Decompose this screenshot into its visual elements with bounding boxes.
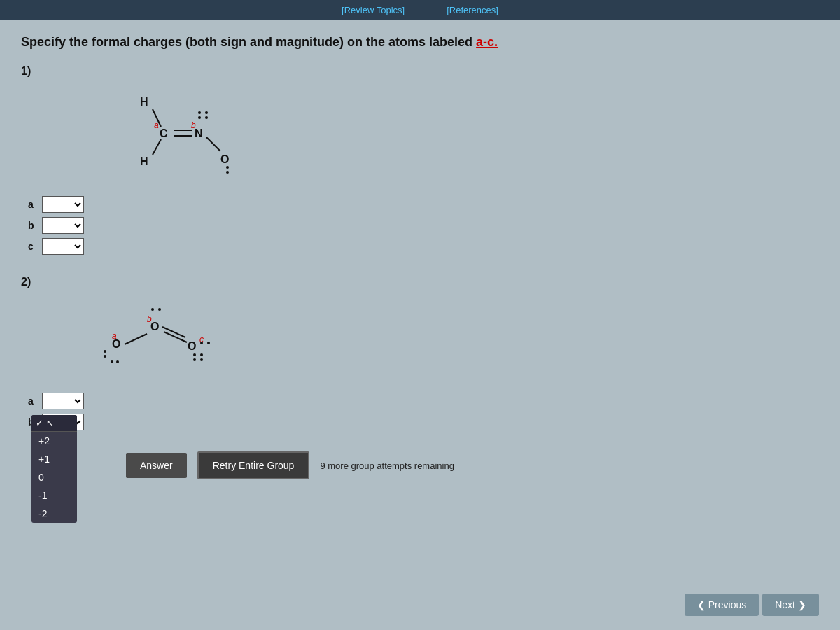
mol1-lp5: [226, 166, 229, 169]
mol1-H-top: H: [140, 96, 148, 108]
problem-2-dropdowns: a +2 +1 0 -1 -2 b +2 +1 0 -1: [28, 393, 819, 430]
dropdown-1-b-label: b: [28, 220, 39, 231]
main-content: Specify the formal charges (both sign an…: [0, 20, 840, 630]
mol2-lp7: [193, 354, 196, 356]
mol1-bond-c: [206, 137, 220, 151]
dropdown-1-c-label: c: [28, 241, 39, 252]
mol1-lp3: [198, 116, 201, 119]
molecule-1-svg: H H C a N b O c: [77, 85, 231, 183]
mol2-lp4: [116, 360, 119, 363]
mol1-label-b: b: [191, 120, 196, 130]
mol1-lp2: [205, 111, 208, 114]
mol2-label-a: a: [112, 331, 117, 341]
answer-area: Answer Retry Entire Group 9 more group a…: [126, 451, 819, 479]
previous-label: Previous: [708, 599, 746, 610]
popup-option-plus1[interactable]: +1: [31, 450, 77, 468]
question-text-before: Specify the formal charges (both sign an…: [21, 35, 476, 49]
mol2-bond-left: [125, 334, 147, 344]
question-title: Specify the formal charges (both sign an…: [21, 34, 819, 51]
answer-button[interactable]: Answer: [126, 453, 187, 478]
mol2-lp1: [104, 350, 106, 353]
mol2-label-b: b: [147, 314, 152, 324]
dropdown-1-b[interactable]: +2 +1 0 -1 -2: [42, 217, 84, 234]
next-label: Next: [775, 599, 795, 610]
retry-button[interactable]: Retry Entire Group: [197, 451, 310, 479]
mol2-lp11: [200, 342, 203, 344]
mol1-lp1: [198, 111, 201, 114]
chevron-left-icon: ❮: [697, 599, 706, 610]
mol1-O: O: [220, 153, 229, 165]
mol2-lp10: [200, 358, 203, 361]
problem-1-section: 1) H H C a N b: [21, 65, 819, 255]
references-link[interactable]: [References]: [447, 5, 498, 15]
checkmark-icon: ✓: [36, 418, 43, 428]
dropdown-2-a[interactable]: +2 +1 0 -1 -2: [42, 393, 84, 410]
problem-1-label: 1): [21, 65, 819, 78]
problem-2-label: 2): [21, 276, 819, 288]
mol1-N: N: [195, 127, 203, 139]
problem-2-section: 2) O a O b: [21, 276, 819, 430]
molecule-1-container: H H C a N b O c: [77, 85, 231, 186]
molecule-2-svg: O a O b O c: [77, 295, 231, 379]
problem-1-dropdowns: a +2 +1 0 -1 -2 b +2 +1 0 -1: [28, 196, 819, 255]
mol2-lp8: [200, 354, 203, 356]
mol2-lp2: [104, 355, 106, 358]
problem-2-dropdown-a-row: a +2 +1 0 -1 -2: [28, 393, 819, 410]
problem-1-dropdown-a-row: a +2 +1 0 -1 -2: [28, 196, 819, 213]
problem-2-dropdown-b-row: b +2 +1 0 -1 -2: [28, 414, 819, 430]
mol2-lp5: [151, 308, 154, 311]
dropdown-2-a-label: a: [28, 396, 39, 407]
next-button[interactable]: Next ❯: [762, 594, 819, 616]
mol2-lp6: [158, 308, 161, 311]
mol1-H-bottom-bond: [153, 139, 161, 155]
nav-buttons: ❮ Previous Next ❯: [685, 594, 819, 616]
popup-option-0[interactable]: 0: [31, 468, 77, 486]
question-highlight: a-c.: [476, 35, 498, 49]
dropdown-1-c[interactable]: +2 +1 0 -1 -2: [42, 238, 84, 255]
mol1-H-bottom: H: [140, 155, 148, 167]
mol1-lp4: [205, 116, 208, 119]
problem-1-dropdown-b-row: b +2 +1 0 -1 -2: [28, 217, 819, 234]
mol1-lp7: [226, 171, 229, 174]
mol2-lp12: [207, 342, 210, 344]
popup-option-plus2[interactable]: +2: [31, 432, 77, 450]
mol1-C: C: [160, 127, 168, 139]
popup-option-minus2[interactable]: -2: [31, 505, 77, 523]
cursor-icon: ↖: [46, 418, 54, 428]
previous-button[interactable]: ❮ Previous: [685, 594, 759, 616]
popup-option-minus1[interactable]: -1: [31, 486, 77, 505]
mol2-lp9: [193, 358, 196, 361]
popup-header: ✓ ↖: [31, 415, 77, 432]
attempts-text: 9 more group attempts remaining: [320, 461, 454, 471]
dropdown-popup[interactable]: ✓ ↖ +2 +1 0 -1 -2: [31, 415, 77, 523]
dropdown-1-a[interactable]: +2 +1 0 -1 -2: [42, 196, 84, 213]
problem-1-dropdown-c-row: c +2 +1 0 -1 -2: [28, 238, 819, 255]
mol2-O-right: O: [188, 340, 196, 352]
mol2-lp3: [111, 360, 113, 363]
dropdown-1-a-label: a: [28, 199, 39, 210]
review-topics-link[interactable]: [Review Topics]: [342, 5, 405, 15]
top-bar: [Review Topics] [References]: [0, 0, 840, 20]
chevron-right-icon: ❯: [798, 599, 806, 610]
mol2-O-center: O: [150, 321, 159, 332]
molecule-2-container: O a O b O c: [77, 295, 231, 382]
